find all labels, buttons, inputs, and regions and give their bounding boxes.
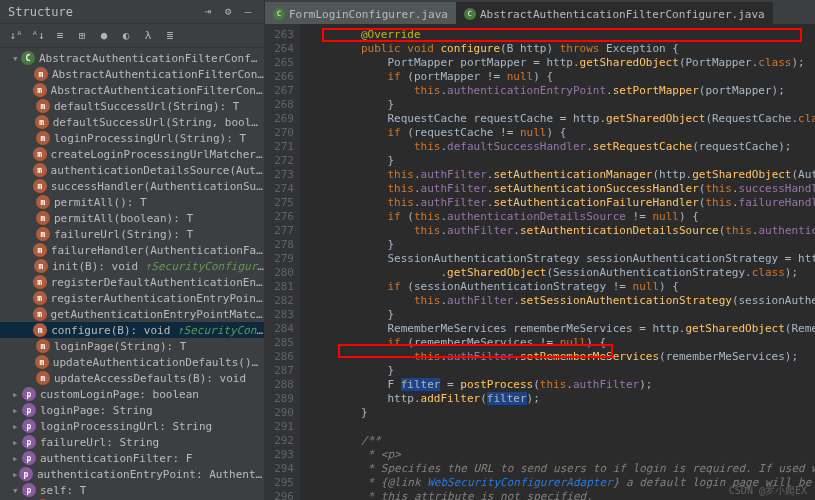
- tree-item[interactable]: ▸ploginProcessingUrl: String: [0, 418, 264, 434]
- m-icon: m: [36, 99, 50, 113]
- m-icon: m: [36, 131, 50, 145]
- panel-header: Structure ⇥ ⚙ —: [0, 0, 264, 24]
- tree-item[interactable]: mAbstractAuthenticationFilterConfigurer(…: [0, 82, 264, 98]
- c-icon: C: [21, 51, 35, 65]
- m-icon: m: [36, 227, 50, 241]
- tab-label: FormLoginConfigurer.java: [289, 8, 448, 21]
- tree-item[interactable]: mfailureUrl(String): T: [0, 226, 264, 242]
- p-icon: p: [19, 467, 33, 481]
- inherited-icon[interactable]: ◐: [118, 28, 134, 44]
- tab-abstract-auth[interactable]: C AbstractAuthenticationFilterConfigurer…: [456, 2, 773, 24]
- tree-item[interactable]: ▾CAbstractAuthenticationFilterConfigurer: [0, 50, 264, 66]
- tree-item[interactable]: mpermitAll(boolean): T: [0, 210, 264, 226]
- m-icon: m: [34, 67, 48, 81]
- props-icon[interactable]: ≣: [162, 28, 178, 44]
- fields-icon[interactable]: ●: [96, 28, 112, 44]
- sort-alpha-icon[interactable]: ↓ᴬ: [8, 28, 24, 44]
- sort-type-icon[interactable]: ᴬ↓: [30, 28, 46, 44]
- m-icon: m: [36, 371, 50, 385]
- code-editor[interactable]: 2632642652662672682692702712722732742752…: [265, 24, 815, 500]
- m-icon: m: [35, 115, 49, 129]
- m-icon: m: [36, 339, 50, 353]
- tab-label: AbstractAuthenticationFilterConfigurer.j…: [480, 8, 765, 21]
- m-icon: m: [33, 179, 47, 193]
- editor-panel: C FormLoginConfigurer.java C AbstractAut…: [265, 0, 815, 500]
- tree-item[interactable]: mregisterDefaultAuthenticationEntryPoint…: [0, 274, 264, 290]
- tree-item[interactable]: mcreateLoginProcessingUrlMatcher(String)…: [0, 146, 264, 162]
- tree-item[interactable]: ▸pfailureUrl: String: [0, 434, 264, 450]
- m-icon: m: [33, 147, 47, 161]
- tab-bar: C FormLoginConfigurer.java C AbstractAut…: [265, 0, 815, 24]
- tab-form-login[interactable]: C FormLoginConfigurer.java: [265, 2, 456, 24]
- tree-item[interactable]: msuccessHandler(AuthenticationSuccessHan…: [0, 178, 264, 194]
- tree-item[interactable]: mloginPage(String): T: [0, 338, 264, 354]
- p-icon: p: [22, 419, 36, 433]
- p-icon: p: [22, 483, 36, 497]
- expand-icon[interactable]: ⊞: [74, 28, 90, 44]
- tree-item[interactable]: ▸pcustomLoginPage: boolean: [0, 386, 264, 402]
- panel-title: Structure: [8, 5, 196, 19]
- anon-icon[interactable]: λ: [140, 28, 156, 44]
- m-icon: m: [33, 243, 47, 257]
- m-icon: m: [35, 355, 49, 369]
- watermark: CSDN @罗小爬EX: [729, 484, 807, 498]
- filter-icon[interactable]: ≡: [52, 28, 68, 44]
- class-icon: C: [273, 8, 285, 20]
- tree-item[interactable]: mupdateAccessDefaults(B): void: [0, 370, 264, 386]
- tree-item[interactable]: mAbstractAuthenticationFilterConfigurer(…: [0, 66, 264, 82]
- tree-item[interactable]: mfailureHandler(AuthenticationFailureHan…: [0, 242, 264, 258]
- m-icon: m: [36, 211, 50, 225]
- structure-tree: ▾CAbstractAuthenticationFilterConfigurer…: [0, 48, 264, 500]
- m-icon: m: [33, 323, 47, 337]
- tree-item[interactable]: mpermitAll(): T: [0, 194, 264, 210]
- tree-item[interactable]: ▾pself: T: [0, 482, 264, 498]
- m-icon: m: [34, 259, 48, 273]
- tree-item[interactable]: ▸pauthenticationEntryPoint: Authenticati…: [0, 466, 264, 482]
- tree-item[interactable]: mupdateAuthenticationDefaults(): void: [0, 354, 264, 370]
- structure-panel: Structure ⇥ ⚙ — ↓ᴬ ᴬ↓ ≡ ⊞ ● ◐ λ ≣ ▾CAbst…: [0, 0, 265, 500]
- collapse-icon[interactable]: ⇥: [200, 4, 216, 20]
- structure-toolbar: ↓ᴬ ᴬ↓ ≡ ⊞ ● ◐ λ ≣: [0, 24, 264, 48]
- line-gutter: 2632642652662672682692702712722732742752…: [265, 24, 300, 500]
- tree-item[interactable]: mconfigure(B): void ↑SecurityConfigurerA…: [0, 322, 264, 338]
- tree-item[interactable]: mdefaultSuccessUrl(String): T: [0, 98, 264, 114]
- tree-item[interactable]: mgetAuthenticationEntryPointMatcher(B): …: [0, 306, 264, 322]
- p-icon: p: [22, 435, 36, 449]
- gear-icon[interactable]: ⚙: [220, 4, 236, 20]
- tree-item[interactable]: mloginProcessingUrl(String): T: [0, 130, 264, 146]
- p-icon: p: [22, 403, 36, 417]
- p-icon: p: [22, 451, 36, 465]
- tree-item[interactable]: minit(B): void ↑SecurityConfigurerAdapte…: [0, 258, 264, 274]
- p-icon: p: [22, 387, 36, 401]
- m-icon: m: [33, 163, 47, 177]
- m-icon: m: [33, 83, 47, 97]
- tree-item[interactable]: ▸ploginPage: String: [0, 402, 264, 418]
- tree-item[interactable]: ▸pauthenticationFilter: F: [0, 450, 264, 466]
- class-icon: C: [464, 8, 476, 20]
- m-icon: m: [33, 275, 47, 289]
- m-icon: m: [33, 291, 47, 305]
- tree-item[interactable]: mregisterAuthenticationEntryPoint(B, Aut…: [0, 290, 264, 306]
- code-area[interactable]: @Override public void configure(B http) …: [300, 24, 815, 500]
- tree-item[interactable]: mauthenticationDetailsSource(Authenticat…: [0, 162, 264, 178]
- hide-icon[interactable]: —: [240, 4, 256, 20]
- m-icon: m: [36, 195, 50, 209]
- tree-item[interactable]: mdefaultSuccessUrl(String, boolean): T: [0, 114, 264, 130]
- m-icon: m: [33, 307, 47, 321]
